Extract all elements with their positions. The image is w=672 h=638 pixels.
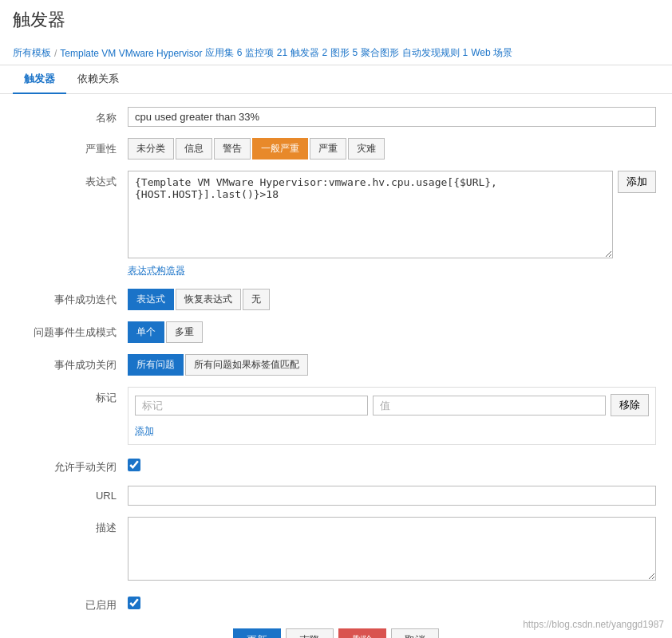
- problem-multiple[interactable]: 多重: [166, 321, 203, 343]
- url-control: [128, 486, 656, 506]
- problem-single[interactable]: 单个: [128, 321, 164, 343]
- enabled-control: [128, 594, 656, 609]
- page-title: 触发器: [13, 8, 659, 32]
- close-all[interactable]: 所有问题: [128, 354, 184, 376]
- severity-row: 严重性 未分类 信息 警告 一般严重 严重 灾难: [16, 138, 656, 160]
- tags-control: 移除 添加: [128, 387, 656, 445]
- sev-info[interactable]: 信息: [176, 138, 212, 160]
- ok-event-control: 表达式 恢复表达式 无: [128, 289, 656, 310]
- ok-event-close-row: 事件成功关闭 所有问题 所有问题如果标签值匹配: [16, 354, 656, 376]
- sev-high[interactable]: 严重: [310, 138, 346, 160]
- breadcrumb-graphs[interactable]: 图形 5: [330, 46, 358, 60]
- severity-buttons: 未分类 信息 警告 一般严重 严重 灾难: [128, 138, 656, 160]
- sev-warning[interactable]: 警告: [214, 138, 251, 160]
- url-label: URL: [16, 486, 128, 502]
- tag-name-input[interactable]: [135, 396, 368, 415]
- severity-control: 未分类 信息 警告 一般严重 严重 灾难: [128, 138, 656, 160]
- clone-button[interactable]: 克隆: [286, 628, 334, 638]
- manual-close-label: 允许手动关闭: [16, 456, 128, 475]
- tag-entry: 移除: [135, 394, 649, 416]
- manual-close-checkbox[interactable]: [128, 459, 140, 471]
- expression-row: 表达式 {Template VM VMware Hypervisor:vmwar…: [16, 171, 656, 278]
- expression-add-button[interactable]: 添加: [618, 171, 656, 193]
- enabled-checkbox[interactable]: [128, 597, 140, 609]
- tab-bar: 触发器 依赖关系: [0, 65, 672, 94]
- url-input[interactable]: [128, 486, 656, 506]
- close-tag-match[interactable]: 所有问题如果标签值匹配: [185, 354, 308, 376]
- description-control: [128, 517, 656, 583]
- enabled-row: 已启用: [16, 594, 656, 612]
- expression-builder-link[interactable]: 表达式构造器: [128, 264, 185, 278]
- sev-average[interactable]: 一般严重: [252, 138, 308, 160]
- ok-event-recovery[interactable]: 恢复表达式: [176, 289, 241, 310]
- ok-event-close-control: 所有问题 所有问题如果标签值匹配: [128, 354, 656, 376]
- expression-textarea[interactable]: {Template VM VMware Hypervisor:vmware.hv…: [128, 171, 613, 258]
- problem-event-control: 单个 多重: [128, 321, 656, 343]
- name-control: [128, 107, 656, 127]
- ok-event-label: 事件成功迭代: [16, 289, 128, 307]
- update-button[interactable]: 更新: [233, 628, 281, 638]
- breadcrumb-triggers[interactable]: 触发器 2: [291, 46, 327, 60]
- name-input[interactable]: [128, 107, 656, 127]
- breadcrumb-all-templates[interactable]: 所有模板: [13, 46, 51, 60]
- sev-unclassified[interactable]: 未分类: [128, 138, 174, 160]
- problem-event-buttons: 单个 多重: [128, 321, 656, 343]
- expression-control: {Template VM VMware Hypervisor:vmware.hv…: [128, 171, 656, 278]
- expression-label: 表达式: [16, 171, 128, 189]
- delete-button[interactable]: 删除: [338, 628, 386, 638]
- tag-remove-button[interactable]: 移除: [611, 394, 649, 416]
- ok-event-none[interactable]: 无: [243, 289, 270, 310]
- tags-label: 标记: [16, 387, 128, 405]
- form: 名称 严重性 未分类 信息 警告 一般严重 严重 灾难 表达式 {Templat…: [0, 107, 672, 638]
- ok-event-close-buttons: 所有问题 所有问题如果标签值匹配: [128, 354, 656, 376]
- sev-disaster[interactable]: 灾难: [348, 138, 385, 160]
- tags-row: 标记 移除 添加: [16, 387, 656, 445]
- description-row: 描述: [16, 517, 656, 583]
- breadcrumb-apps[interactable]: 应用集 6: [205, 46, 242, 60]
- breadcrumb-template[interactable]: Template VM VMware Hypervisor: [60, 48, 202, 59]
- url-row: URL: [16, 486, 656, 506]
- enabled-label: 已启用: [16, 594, 128, 612]
- tab-dependencies[interactable]: 依赖关系: [66, 65, 130, 94]
- problem-event-row: 问题事件生成模式 单个 多重: [16, 321, 656, 343]
- cancel-button[interactable]: 取消: [391, 628, 439, 638]
- ok-event-buttons: 表达式 恢复表达式 无: [128, 289, 656, 310]
- ok-event-expr[interactable]: 表达式: [128, 289, 174, 310]
- breadcrumb-discovery[interactable]: 自动发现规则 1: [402, 46, 468, 60]
- problem-event-label: 问题事件生成模式: [16, 321, 128, 340]
- watermark: https://blog.csdn.net/yanggd1987: [523, 619, 664, 630]
- description-label: 描述: [16, 517, 128, 535]
- breadcrumb: 所有模板 / Template VM VMware Hypervisor 应用集…: [0, 41, 672, 65]
- name-row: 名称: [16, 107, 656, 127]
- severity-label: 严重性: [16, 138, 128, 156]
- manual-close-row: 允许手动关闭: [16, 456, 656, 475]
- breadcrumb-web[interactable]: Web 场景: [471, 46, 512, 60]
- manual-close-control: [128, 456, 656, 471]
- ok-event-close-label: 事件成功关闭: [16, 354, 128, 372]
- tag-value-input[interactable]: [373, 396, 606, 415]
- tags-add-link[interactable]: 添加: [135, 424, 154, 438]
- description-textarea[interactable]: [128, 517, 656, 581]
- breadcrumb-items[interactable]: 监控项 21: [245, 46, 287, 60]
- tab-triggers[interactable]: 触发器: [13, 65, 66, 94]
- name-label: 名称: [16, 107, 128, 125]
- breadcrumb-screens[interactable]: 聚合图形: [361, 46, 399, 60]
- ok-event-row: 事件成功迭代 表达式 恢复表达式 无: [16, 289, 656, 310]
